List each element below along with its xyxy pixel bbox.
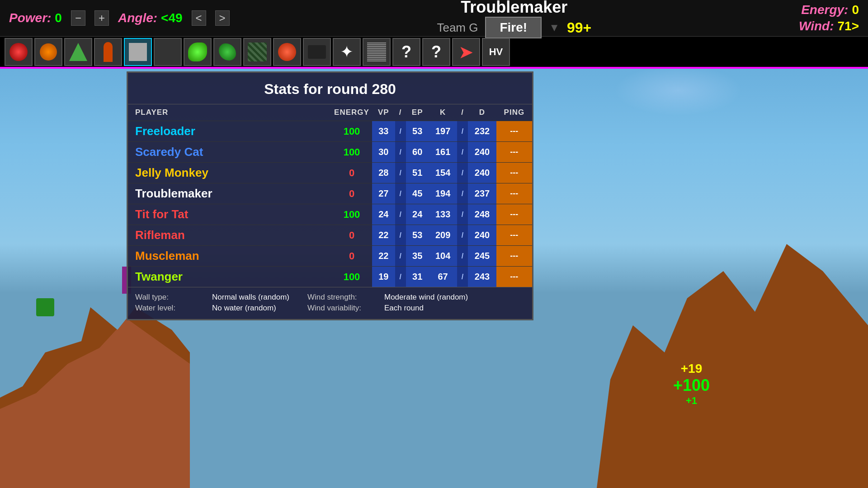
ping-cell: --- <box>496 246 532 267</box>
weapon-slot-11[interactable] <box>303 38 331 66</box>
table-row: Muscleman 0 22 / 35 104 / 245 --- <box>128 246 532 267</box>
wall-type-val: Normal walls (random) <box>212 293 289 302</box>
player-name-cell: Rifleman <box>128 225 331 246</box>
k-cell: 197 <box>429 121 457 142</box>
k-cell: 104 <box>429 246 457 267</box>
weapon-slot-9[interactable] <box>243 38 271 66</box>
score2: +100 <box>673 376 710 395</box>
weapon-slot-17[interactable]: HV <box>482 38 510 66</box>
power-minus-button[interactable]: − <box>71 10 85 26</box>
vp-cell: 33 <box>372 121 395 142</box>
weapon-camo-icon <box>248 42 267 61</box>
angle-left-button[interactable]: < <box>192 10 206 26</box>
vp-cell: 27 <box>372 183 395 204</box>
weapon-slot-14[interactable]: ? <box>392 38 420 66</box>
weapon-slot-10[interactable] <box>273 38 301 66</box>
table-row: Twanger 100 19 / 31 67 / 243 --- <box>128 267 532 287</box>
weapon-bar: ✦ ? ? ➤ HV <box>0 36 868 67</box>
weapon-slot-1[interactable] <box>5 38 33 66</box>
ep-cell: 35 <box>406 246 429 267</box>
magenta-border <box>0 67 868 69</box>
ep-cell: 53 <box>406 121 429 142</box>
team-name: Team G <box>437 21 478 35</box>
energy-stat: Energy: 0 <box>801 3 859 17</box>
angle-right-button[interactable]: > <box>215 10 230 26</box>
player-name-cell: Freeloader <box>128 121 331 142</box>
d-cell: 245 <box>468 246 496 267</box>
wind-variability-key: Wind variability: <box>307 304 380 313</box>
weapon-red2-icon <box>278 43 296 61</box>
slash2-cell: / <box>457 121 468 142</box>
k-cell: 154 <box>429 163 457 183</box>
player-name-cell: Twanger <box>128 267 331 287</box>
weapon-slot-8[interactable] <box>213 38 241 66</box>
footer-right: Wind strength: Moderate wind (random) Wi… <box>307 293 468 313</box>
power-stat: Power: 0 <box>9 11 62 25</box>
energy-value: 0 <box>852 3 859 17</box>
ping-cell: --- <box>496 121 532 142</box>
ping-cell: --- <box>496 183 532 204</box>
weapon-noise-icon <box>367 42 386 61</box>
k-cell: 194 <box>429 183 457 204</box>
wind-variability-row: Wind variability: Each round <box>307 304 468 313</box>
angle-value: <49 <box>161 11 183 25</box>
energy-cell: 100 <box>331 267 372 287</box>
stats-footer: Wall type: Normal walls (random) Water l… <box>128 287 532 319</box>
weapon-slot-5[interactable] <box>124 38 152 66</box>
hud-center: Troublemaker Team G Fire! ▼ 99+ <box>239 0 790 38</box>
slash-cell: / <box>395 121 406 142</box>
wind-strength-val: Moderate wind (random) <box>384 293 468 302</box>
ping-cell: --- <box>496 267 532 287</box>
dropdown-icon[interactable]: ▼ <box>549 21 560 34</box>
fire-button[interactable]: Fire! <box>485 17 542 38</box>
table-row: Troublemaker 0 27 / 45 194 / 237 --- <box>128 183 532 204</box>
weapon-slot-7[interactable] <box>184 38 212 66</box>
angle-label: Angle: <box>118 11 157 25</box>
k-cell: 161 <box>429 142 457 163</box>
stats-header-row: PLAYER ENERGY VP / EP K / D PING <box>128 104 532 121</box>
energy-cell: 100 <box>331 121 372 142</box>
wind-strength-row: Wind strength: Moderate wind (random) <box>307 293 468 302</box>
weapon-slot-13[interactable] <box>363 38 391 66</box>
power-plus-button[interactable]: + <box>94 10 109 26</box>
energy-cell: 0 <box>331 225 372 246</box>
weapon-slot-16[interactable]: ➤ <box>452 38 480 66</box>
player-name-cell: Scaredy Cat <box>128 142 331 163</box>
table-row: Scaredy Cat 100 30 / 60 161 / 240 --- <box>128 142 532 163</box>
col-vp: VP <box>372 104 395 121</box>
table-row: Tit for Tat 100 24 / 24 133 / 248 --- <box>128 204 532 225</box>
table-row: Jelly Monkey 0 28 / 51 154 / 240 --- <box>128 163 532 183</box>
weapon-question-icon: ? <box>401 42 411 61</box>
energy-cell: 0 <box>331 246 372 267</box>
water-level-key: Water level: <box>135 304 208 313</box>
weapon-slot-6[interactable] <box>154 38 182 66</box>
weapon-slot-4[interactable] <box>94 38 122 66</box>
weapon-slot-15[interactable]: ? <box>422 38 450 66</box>
d-cell: 240 <box>468 163 496 183</box>
player-name-cell: Tit for Tat <box>128 204 331 225</box>
weapon-star-icon: ✦ <box>340 42 354 61</box>
k-cell: 209 <box>429 225 457 246</box>
ping-cell: --- <box>496 142 532 163</box>
weapon-arrow-icon: ➤ <box>458 42 474 62</box>
vp-cell: 24 <box>372 204 395 225</box>
weapon-slot-12[interactable]: ✦ <box>333 38 361 66</box>
stats-overlay: Stats for round 280 PLAYER ENERGY VP / E… <box>127 71 533 320</box>
wind-strength-key: Wind strength: <box>307 293 380 302</box>
table-row: Freeloader 100 33 / 53 197 / 232 --- <box>128 121 532 142</box>
hud-bar: Power: 0 − + Angle: <49 < > Troublemaker… <box>0 0 868 67</box>
wind-value: 71> <box>838 19 859 33</box>
ep-cell: 31 <box>406 267 429 287</box>
player-name-cell: Jelly Monkey <box>128 163 331 183</box>
energy-cell: 0 <box>331 163 372 183</box>
ep-cell: 51 <box>406 163 429 183</box>
vp-cell: 22 <box>372 246 395 267</box>
col-player: PLAYER <box>128 104 331 121</box>
hud-right-stats: Energy: 0 Wind: 71> <box>799 3 859 33</box>
weapon-slot-2[interactable] <box>34 38 62 66</box>
score1: +19 <box>673 361 710 376</box>
slash2-cell: / <box>457 183 468 204</box>
k-cell: 133 <box>429 204 457 225</box>
footer-left: Wall type: Normal walls (random) Water l… <box>135 293 289 313</box>
weapon-slot-3[interactable] <box>64 38 92 66</box>
